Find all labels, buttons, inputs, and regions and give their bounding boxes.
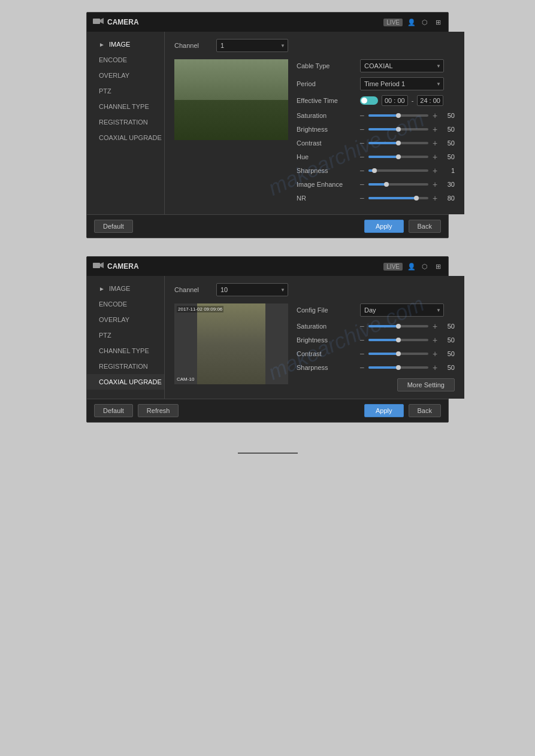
fullscreen-icon-2[interactable]: ⊞ [434,262,442,271]
slider-sharpness-minus-1[interactable]: − [359,166,365,175]
sidebar-item-overlay-1[interactable]: OVERLAY [87,68,164,83]
camera-panel-1: CAMERA LIVE 👤 ⬡ ⊞ ► IMAGE [86,12,449,238]
time-toggle[interactable] [360,96,378,105]
back-button-1[interactable]: Back [409,220,441,233]
footer-right-1: Apply Back [364,220,441,233]
slider-sharpness-thumb-2 [396,365,401,370]
effective-time-label: Effective Time [297,97,356,104]
sidebar-item-coaxial-upgrade-1[interactable]: COAXIAL UPGRADE [87,130,164,145]
slider-contrast-track-1[interactable] [368,142,428,144]
slider-nr-minus-1[interactable]: − [359,193,365,203]
slider-brightness-track-1[interactable] [368,128,428,130]
slider-sharpness-plus-1[interactable]: + [432,166,438,175]
slider-saturation-minus-2[interactable]: − [359,321,365,331]
slider-contrast-label-2: Contrast [297,350,356,357]
sidebar-item-encode-2[interactable]: ENCODE [87,296,164,312]
slider-contrast-thumb-2 [396,351,401,356]
fullscreen-icon-1[interactable]: ⊞ [434,18,442,26]
slider-saturation-value-1: 50 [440,112,455,119]
sidebar-item-image-1[interactable]: ► IMAGE [87,37,164,52]
default-button-2[interactable]: Default [94,404,133,417]
panel-title-text-2: CAMERA [107,262,139,271]
sidebar-item-channel-type-1[interactable]: CHANNEL TYPE [87,99,164,114]
slider-sharpness-minus-2[interactable]: − [359,363,365,372]
content-area-1: Cable Type COAXIAL Period [174,59,455,207]
slider-hue-thumb-1 [396,154,401,159]
panel-header-controls-2: LIVE 👤 ⬡ ⊞ [383,262,442,271]
slider-nr-label-1: NR [297,195,356,202]
channel-select-2[interactable]: 10 [216,283,288,296]
slider-nr-track-1[interactable] [368,197,428,199]
more-setting-container: More Setting [297,378,455,391]
sidebar-item-ptz-2[interactable]: PTZ [87,327,164,343]
slider-image-enhance-minus-1[interactable]: − [359,180,365,189]
slider-hue-plus-1[interactable]: + [432,152,438,162]
apply-button-1[interactable]: Apply [364,220,404,233]
slider-contrast-track-2[interactable] [368,353,428,355]
sidebar-item-image-2[interactable]: ► IMAGE [87,281,164,296]
slider-image-enhance-plus-1[interactable]: + [432,180,438,189]
slider-contrast-minus-2[interactable]: − [359,349,365,359]
slider-saturation-thumb-1 [396,113,401,118]
slider-brightness-plus-2[interactable]: + [432,335,438,345]
slider-hue-minus-1[interactable]: − [359,152,365,162]
slider-image-enhance-value-1: 30 [440,181,455,188]
slider-saturation-minus-1[interactable]: − [359,111,365,120]
svg-rect-2 [93,263,100,268]
cable-type-row: Cable Type COAXIAL [297,59,455,72]
slider-nr-plus-1[interactable]: + [432,193,438,203]
refresh-button-2[interactable]: Refresh [138,404,179,417]
period-select[interactable]: Time Period 1 [360,77,444,90]
back-button-2[interactable]: Back [409,404,441,417]
slider-contrast-plus-2[interactable]: + [432,349,438,359]
user-icon-1[interactable]: 👤 [407,18,416,26]
slider-saturation-track-1[interactable] [368,114,428,117]
svg-marker-3 [100,262,104,268]
sidebar-item-channel-type-2[interactable]: CHANNEL TYPE [87,343,164,359]
slider-sharpness-track-1[interactable] [368,169,428,172]
slider-brightness-minus-1[interactable]: − [359,125,365,134]
default-button-1[interactable]: Default [94,220,133,233]
slider-brightness-track-2[interactable] [368,339,428,341]
cable-type-select[interactable]: COAXIAL [360,59,444,72]
user-icon-2[interactable]: 👤 [407,262,416,271]
slider-contrast-minus-1[interactable]: − [359,138,365,148]
slider-hue-track-1[interactable] [368,156,428,158]
config-file-select[interactable]: Day [360,303,444,317]
svg-rect-0 [93,19,100,24]
sidebar-item-coaxial-upgrade-2[interactable]: COAXIAL UPGRADE [87,374,164,390]
slider-contrast-plus-1[interactable]: + [432,138,438,148]
slider-brightness-minus-2[interactable]: − [359,335,365,345]
slider-saturation-plus-2[interactable]: + [432,321,438,331]
main-content-2: Channel 10 2017-11-02 09:09:06 [165,276,464,399]
export-icon-1[interactable]: ⬡ [421,18,429,26]
preview-box-2: 2017-11-02 09:09:06 CAM-10 [174,303,288,384]
slider-contrast-fill-1 [368,142,398,144]
config-file-select-wrapper: Day [360,303,444,317]
slider-saturation-plus-1[interactable]: + [432,111,438,120]
sidebar-item-encode-1[interactable]: ENCODE [87,52,164,68]
slider-brightness-fill-1 [368,128,398,130]
sidebar-item-registration-1[interactable]: REGISTRATION [87,114,164,130]
sidebar-item-overlay-2[interactable]: OVERLAY [87,312,164,327]
panel-body-2: ► IMAGE ENCODE OVERLAY PTZ CHANNEL TYPE [87,276,448,399]
panel-header-1: CAMERA LIVE 👤 ⬡ ⊞ [87,13,448,32]
slider-sharpness-1: Sharpness − + 1 [297,166,455,175]
more-setting-button[interactable]: More Setting [397,378,455,391]
slider-nr-value-1: 80 [440,195,455,202]
slider-saturation-track-2[interactable] [368,325,428,327]
sidebar-item-ptz-1[interactable]: PTZ [87,83,164,99]
camera-icon [93,17,104,27]
slider-image-enhance-track-1[interactable] [368,183,428,186]
channel-select-1[interactable]: 1 [216,39,288,52]
slider-sharpness-track-2[interactable] [368,366,428,369]
slider-brightness-label-2: Brightness [297,336,356,344]
export-icon-2[interactable]: ⬡ [421,262,429,271]
period-row: Period Time Period 1 [297,77,455,90]
apply-button-2[interactable]: Apply [364,404,404,417]
slider-sharpness-plus-2[interactable]: + [432,363,438,372]
slider-hue-label-1: Hue [297,153,356,160]
slider-contrast-value-1: 50 [440,139,455,147]
slider-brightness-plus-1[interactable]: + [432,125,438,134]
sidebar-item-registration-2[interactable]: REGISTRATION [87,359,164,374]
